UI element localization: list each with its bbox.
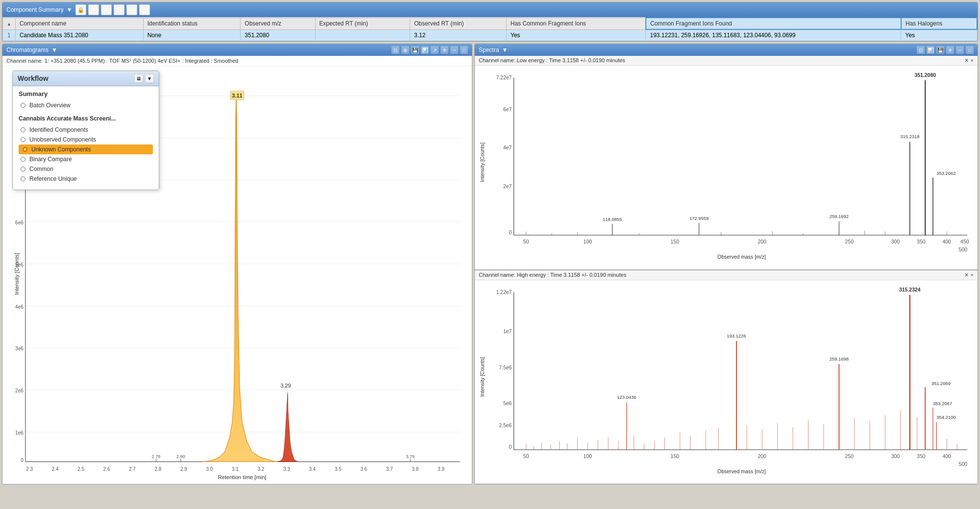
workflow-item-batch[interactable]: Batch Overview: [19, 100, 153, 110]
workflow-dropdown-icon[interactable]: ▼: [145, 74, 154, 83]
workflow-item-unobserved[interactable]: Unobserved Components: [19, 135, 153, 145]
he-x400: 400: [942, 453, 951, 459]
maximize-icon[interactable]: □: [139, 4, 150, 15]
le-xlabel: Observed mass [m/z]: [717, 254, 766, 260]
spectra-chart-icon[interactable]: 📊: [927, 46, 934, 54]
le-label-351: 351.2080: [914, 73, 936, 78]
spectra-minimize[interactable]: ─: [956, 46, 964, 54]
spectra-title: Spectra: [479, 47, 499, 53]
arrow-icon[interactable]: ↗: [431, 46, 439, 54]
identified-radio: [21, 127, 25, 132]
lock-icon[interactable]: 🔒: [75, 4, 86, 15]
bottom-area: Chromatograms ▼ ⊡ ⊕ 💾 📊 ↗ ✛ ─ □ Channel …: [2, 44, 978, 485]
col-id-status[interactable]: Identification status: [143, 18, 241, 29]
x-tick-31: 3.1: [232, 466, 239, 472]
x-tick-38: 3.8: [412, 466, 418, 472]
x-axis-label: Retention time [min]: [218, 474, 267, 480]
chrom-titlebar[interactable]: Chromatograms ▼ ⊡ ⊕ 💾 📊 ↗ ✛ ─ □: [2, 44, 472, 56]
he-x300: 300: [891, 453, 900, 459]
workflow-monitor-icon[interactable]: 🖥: [134, 74, 143, 83]
x-tick-24: 2.4: [51, 466, 58, 472]
unobserved-radio: [21, 137, 25, 142]
he-y75e6: 7.5e6: [499, 364, 512, 370]
he-y0: 0: [509, 444, 512, 449]
le-x50: 50: [523, 239, 529, 244]
y-tick-3e6: 3e6: [15, 346, 24, 351]
workflow-item-common[interactable]: Common: [19, 164, 153, 174]
workflow-item-unknown[interactable]: Unknown Components: [19, 145, 153, 154]
x-tick-32: 3.2: [257, 466, 264, 472]
label-379: 3.79: [406, 454, 415, 459]
le-y0: 0: [509, 230, 512, 235]
high-energy-svg: 1.22e7 1e7 7.5e6 5e6 2.5e6 0 Intensity […: [475, 280, 978, 484]
copy-icon[interactable]: ⊡: [392, 46, 399, 54]
spectra-cross-icon[interactable]: ✛: [946, 46, 954, 54]
workflow-item-identified[interactable]: Identified Components: [19, 125, 153, 135]
y-tick-2e6: 2e6: [15, 388, 24, 393]
le-y6e7: 6e7: [503, 107, 512, 112]
main-peak: [202, 96, 276, 462]
chrom-minimize[interactable]: ─: [450, 46, 458, 54]
y-tick-4e6: 4e6: [15, 304, 24, 310]
component-summary-titlebar[interactable]: Component Summary ▼ 🔒 ↺ # ⊞ ─ □: [2, 2, 978, 17]
high-energy-chart: 1.22e7 1e7 7.5e6 5e6 2.5e6 0 Intensity […: [475, 280, 978, 484]
x-tick-34: 3.4: [309, 466, 316, 472]
chrom-channel-label: Channel name: 1: +351.2080 (45.5 PPM) : …: [2, 56, 472, 66]
col-component-name[interactable]: Component name: [15, 18, 143, 29]
high-energy-panel: Channel name: High energy : Time 3.1158 …: [475, 270, 978, 485]
hash-icon[interactable]: #: [101, 4, 112, 15]
spectra-titlebar[interactable]: Spectra ▼ ⊡ 📊 💾 ✛ ─ □: [475, 44, 978, 56]
col-obs-mz[interactable]: Observed m/z: [241, 18, 315, 29]
spectra-save-icon[interactable]: 💾: [936, 46, 944, 54]
he-label-259: 259.1698: [830, 356, 849, 361]
he-x250: 250: [845, 453, 854, 459]
x-tick-36: 3.6: [360, 466, 367, 472]
table-row[interactable]: 1 Candidate Mass 351.2080 None 351.2080 …: [3, 29, 978, 41]
low-energy-close[interactable]: ✕: [964, 57, 969, 64]
spectra-copy-icon[interactable]: ⊡: [917, 46, 925, 54]
small-peak: [277, 392, 299, 461]
spectra-arrow: ▼: [502, 47, 508, 53]
low-energy-chart: 7.22e7 6e7 4e7 2e7 0 Intensity [Counts] …: [475, 66, 978, 269]
le-x500: 500: [959, 247, 968, 252]
minimize-icon[interactable]: ─: [126, 4, 137, 15]
unknown-radio: [23, 147, 27, 152]
low-energy-channel-bar: Channel name: Low energy : Time 3.1158 +…: [475, 56, 978, 66]
workflow-item-binary[interactable]: Binary Compare: [19, 154, 153, 164]
high-energy-expand[interactable]: ×: [971, 272, 974, 278]
identified-label: Identified Components: [29, 126, 88, 133]
chart-icon[interactable]: 📊: [421, 46, 429, 54]
low-energy-label: Channel name: Low energy : Time 3.1158 +…: [479, 57, 625, 64]
save-icon[interactable]: 💾: [411, 46, 419, 54]
component-summary-arrow: ▼: [67, 6, 73, 13]
chrom-maximize[interactable]: □: [460, 46, 468, 54]
col-has-common[interactable]: Has Common Fragment Ions: [506, 18, 646, 29]
binary-label: Binary Compare: [29, 156, 72, 163]
le-label-315: 315.2318: [900, 134, 919, 139]
refresh-icon[interactable]: ↺: [88, 4, 99, 15]
cross-icon[interactable]: ✛: [441, 46, 448, 54]
col-obs-rt[interactable]: Observed RT (min): [410, 18, 506, 29]
common-label: Common: [29, 166, 53, 172]
workflow-item-ref-unique[interactable]: Reference Unique: [19, 174, 153, 184]
data-table-container: ▲ Component name Identification status O…: [2, 17, 978, 41]
he-x200: 200: [758, 453, 767, 459]
y-tick-5e6: 5e6: [15, 262, 24, 267]
low-energy-expand[interactable]: ×: [971, 57, 974, 64]
col-exp-rt[interactable]: Expected RT (min): [315, 18, 410, 29]
he-y1e7: 1e7: [503, 329, 512, 334]
x-tick-25: 2.5: [77, 466, 84, 472]
high-energy-close[interactable]: ✕: [964, 272, 969, 278]
cursor-icon[interactable]: ⊕: [401, 46, 409, 54]
col-has-halogens[interactable]: Has Halogens: [901, 18, 977, 29]
x-tick-27: 2.7: [129, 466, 136, 472]
spectra-maximize[interactable]: □: [966, 46, 974, 54]
col-common-ions[interactable]: Common Fragment Ions Found: [646, 18, 901, 29]
batch-radio: [21, 103, 25, 108]
col-sort[interactable]: ▲: [3, 18, 16, 29]
grid-icon[interactable]: ⊞: [114, 4, 124, 15]
le-x100: 100: [584, 239, 592, 244]
cell-exp-rt: [315, 29, 410, 41]
he-x50: 50: [523, 453, 529, 459]
workflow-header: Workflow 🖥 ▼: [13, 71, 159, 86]
